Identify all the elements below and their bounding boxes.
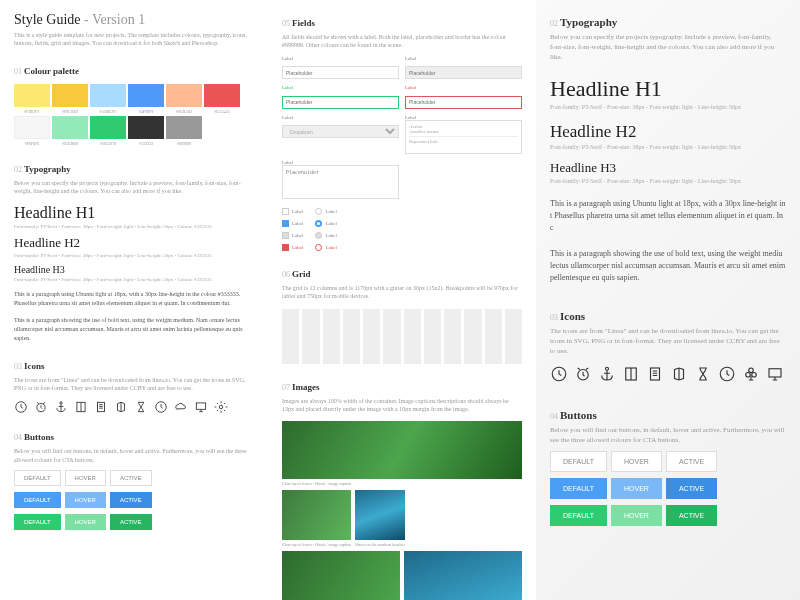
gear-icon: [214, 400, 228, 414]
hover-green-button[interactable]: HOVER: [611, 505, 662, 526]
middle-column: 05Fields All fields should be shown with…: [268, 0, 536, 600]
page-title: Style Guide - Version 1: [14, 12, 254, 28]
section-grid: 06Grid The grid is 12 columns and is 117…: [282, 263, 522, 364]
active-blue-button[interactable]: ACTIVE: [666, 478, 717, 499]
headline-h3: Headline H3: [14, 264, 254, 275]
sample-image-leaves3: [282, 551, 400, 600]
anchor-icon: [54, 400, 68, 414]
hover-button[interactable]: HOVER: [611, 451, 662, 472]
palette-swatches: #FDE871 #F8C93D #A8DCFF #4F99F9 #FEBA92 …: [14, 84, 254, 146]
text-input-success[interactable]: [282, 96, 399, 109]
svg-rect-12: [651, 368, 660, 380]
radio-checked[interactable]: [315, 220, 322, 227]
hover-blue-button[interactable]: HOVER: [611, 478, 662, 499]
hourglass-icon: [694, 365, 712, 383]
radio-error[interactable]: [315, 244, 322, 251]
book-icon: [622, 365, 640, 383]
checkbox[interactable]: [282, 208, 289, 215]
text-input-error[interactable]: [405, 96, 522, 109]
headline-h1: Headline H1: [14, 204, 254, 222]
paragraph-sample: This is a paragraph using Ubuntu light a…: [14, 290, 254, 308]
cards-icon: [114, 400, 128, 414]
checkbox-error[interactable]: [282, 244, 289, 251]
radio-disabled: [315, 232, 322, 239]
alarm-icon: [574, 365, 592, 383]
section-icons-large: 03Icons The icons are from "Linea" and c…: [550, 306, 786, 382]
monitor-icon: [766, 365, 784, 383]
page-icon: [646, 365, 664, 383]
clock-icon: [14, 400, 28, 414]
default-button[interactable]: DEFAULT: [550, 451, 607, 472]
section-buttons-small: 04Buttons Below you will find our button…: [14, 426, 254, 530]
svg-point-14: [749, 368, 754, 373]
radio[interactable]: [315, 208, 322, 215]
monitor-icon: [194, 400, 208, 414]
section-fields: 05Fields All fields should be shown with…: [282, 12, 522, 251]
section-palette: 01Colour palette #FDE871 #F8C93D #A8DCFF…: [14, 60, 254, 146]
headline-h2-large: Headline H2: [550, 122, 786, 142]
svg-rect-6: [196, 403, 205, 409]
headline-h2: Headline H2: [14, 235, 254, 251]
svg-point-10: [606, 367, 609, 370]
section-typography-large: 02Typography Below you can specify the p…: [550, 12, 786, 284]
default-blue-button[interactable]: DEFAULT: [14, 492, 61, 508]
hover-button[interactable]: HOVER: [65, 470, 106, 486]
right-column: 02Typography Below you can specify the p…: [536, 0, 800, 600]
alarm-icon: [34, 400, 48, 414]
section-icons-small: 03Icons The icons are from "Linea" and c…: [14, 355, 254, 415]
page-icon: [94, 400, 108, 414]
hover-blue-button[interactable]: HOVER: [65, 492, 106, 508]
default-green-button[interactable]: DEFAULT: [550, 505, 607, 526]
headline-h3-large: Headline H3: [550, 160, 786, 176]
headline-h1-large: Headline H1: [550, 76, 786, 102]
svg-rect-17: [769, 369, 781, 377]
default-button[interactable]: DEFAULT: [14, 470, 61, 486]
cards-icon: [670, 365, 688, 383]
section-buttons-large: 04Buttons Below you will find our button…: [550, 405, 786, 527]
anchor-icon: [598, 365, 616, 383]
svg-point-7: [219, 406, 223, 410]
swatch: #FDE871: [14, 84, 50, 114]
clock2-icon: [718, 365, 736, 383]
svg-rect-4: [98, 403, 105, 412]
svg-point-16: [752, 372, 757, 377]
clock-icon: [550, 365, 568, 383]
section-typography-small: 02Typography Below you can specify the p…: [14, 158, 254, 343]
text-input-disabled: [405, 66, 522, 79]
active-green-button[interactable]: ACTIVE: [110, 514, 152, 530]
dropdown-menu-open[interactable]: Action Another action Seperated link: [405, 120, 522, 154]
club-icon: [742, 365, 760, 383]
checkbox-disabled: [282, 232, 289, 239]
svg-point-2: [60, 402, 62, 404]
clock2-icon: [154, 400, 168, 414]
book-icon: [74, 400, 88, 414]
hourglass-icon: [134, 400, 148, 414]
active-button[interactable]: ACTIVE: [110, 470, 152, 486]
active-button[interactable]: ACTIVE: [666, 451, 717, 472]
text-input[interactable]: [282, 66, 399, 79]
sample-image-waves2: [404, 551, 522, 600]
sample-image-leaves: [282, 421, 522, 479]
sample-image-waves: [355, 490, 405, 540]
cloud-icon: [174, 400, 188, 414]
textarea[interactable]: [282, 165, 399, 199]
intro-text: This is a style guide template for new p…: [14, 31, 254, 48]
left-column: Style Guide - Version 1 This is a style …: [0, 0, 268, 600]
svg-point-15: [746, 372, 751, 377]
default-blue-button[interactable]: DEFAULT: [550, 478, 607, 499]
section-images: 07Images Images are always 100% width of…: [282, 376, 522, 600]
hover-green-button[interactable]: HOVER: [65, 514, 106, 530]
sample-image-leaves2: [282, 490, 351, 540]
active-blue-button[interactable]: ACTIVE: [110, 492, 152, 508]
checkbox-checked[interactable]: [282, 220, 289, 227]
active-green-button[interactable]: ACTIVE: [666, 505, 717, 526]
default-green-button[interactable]: DEFAULT: [14, 514, 61, 530]
select-dropdown[interactable]: Dropdown: [282, 125, 399, 138]
grid-columns: [282, 309, 522, 364]
